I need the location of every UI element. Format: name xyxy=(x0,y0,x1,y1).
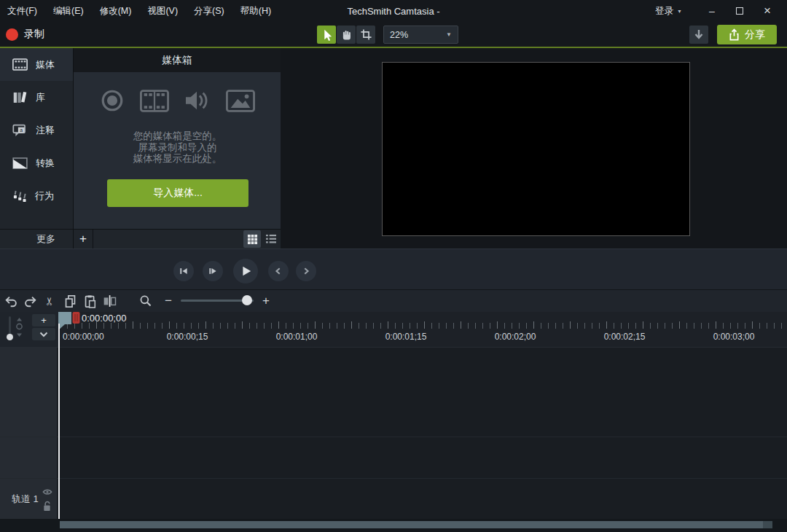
grid-view-button[interactable] xyxy=(243,230,261,248)
sidebar-item-behaviors[interactable]: 行为 xyxy=(0,179,73,212)
menu-view[interactable]: 视图(V) xyxy=(147,5,178,17)
timeline-zoom-in-button[interactable]: + xyxy=(259,292,273,310)
sidebar-item-label: 注释 xyxy=(36,124,55,137)
track1-header: 轨道 1 xyxy=(0,478,57,520)
eye-icon[interactable] xyxy=(42,488,52,496)
record-circle-icon xyxy=(100,88,125,113)
ruler-tick xyxy=(577,323,578,329)
timeline-ruler[interactable]: 0:00:00;000:00:00;150:00:01;000:00:01;15… xyxy=(0,312,787,347)
ruler-tick xyxy=(103,323,104,329)
cut-button[interactable]: ✂ xyxy=(40,292,59,310)
close-icon: × xyxy=(764,4,771,18)
copy-button[interactable] xyxy=(60,292,79,310)
menu-help[interactable]: 帮助(H) xyxy=(240,5,271,17)
sign-in-button[interactable]: 登录 ▼ xyxy=(655,5,682,17)
ruler-tick xyxy=(191,323,192,329)
menu-file[interactable]: 文件(F) xyxy=(7,5,37,17)
horizontal-scrollbar-thumb[interactable] xyxy=(60,521,772,528)
add-track-button[interactable]: + xyxy=(32,314,55,326)
next-button[interactable] xyxy=(296,261,316,281)
track-area[interactable]: 轨道 1 xyxy=(0,347,787,519)
ruler-tick xyxy=(293,323,294,329)
timeline-zoom-out-button[interactable]: − xyxy=(162,292,175,310)
sidebar-item-label: 库 xyxy=(36,91,45,104)
grid-view-icon xyxy=(247,234,258,245)
ruler-tick xyxy=(286,323,286,329)
ruler-tick xyxy=(737,323,738,329)
menu-share[interactable]: 分享(S) xyxy=(194,5,224,17)
horizontal-scrollbar xyxy=(0,519,787,532)
record-button[interactable]: 录制 xyxy=(6,25,44,44)
paste-button[interactable] xyxy=(80,292,99,310)
more-tools-button[interactable]: 更多 xyxy=(0,232,73,246)
share-button[interactable]: 分享 xyxy=(717,25,777,44)
maximize-icon xyxy=(736,7,743,15)
menu-modify[interactable]: 修改(M) xyxy=(100,5,132,17)
step-forward-button[interactable] xyxy=(203,261,223,281)
ruler-tick xyxy=(278,321,279,329)
sidebar-item-transitions[interactable]: 转换 xyxy=(0,146,73,179)
playhead-in-handle[interactable] xyxy=(58,312,71,330)
ruler-tick xyxy=(526,323,527,329)
ruler-tick xyxy=(716,321,716,329)
minimize-button[interactable]: – xyxy=(698,0,726,22)
sidebar-item-label: 行为 xyxy=(35,189,54,203)
cursor-tool-button[interactable] xyxy=(317,26,336,44)
ruler-tick xyxy=(417,323,418,329)
ruler-tick xyxy=(337,323,337,329)
split-button[interactable] xyxy=(101,292,120,310)
ruler-tick xyxy=(781,323,782,329)
menu-edit[interactable]: 编辑(E) xyxy=(53,5,84,17)
maximize-button[interactable] xyxy=(726,0,753,22)
crop-tool-button[interactable] xyxy=(356,26,375,44)
close-button[interactable]: × xyxy=(753,0,781,22)
track-options-button[interactable] xyxy=(32,328,55,340)
image-icon xyxy=(226,90,255,112)
playhead-line[interactable] xyxy=(58,324,60,519)
ruler-tick xyxy=(665,323,665,329)
undo-button[interactable] xyxy=(1,292,20,310)
track-height-slider-thumb[interactable] xyxy=(7,334,13,340)
list-view-button[interactable] xyxy=(262,230,280,248)
audio-icon xyxy=(184,89,211,112)
import-media-button[interactable]: 导入媒体... xyxy=(107,179,248,207)
ruler-tick xyxy=(657,323,658,329)
ruler-tick xyxy=(439,323,439,329)
sidebar-item-annotations[interactable]: a 注释 xyxy=(0,114,73,146)
sidebar-item-library[interactable]: 库 xyxy=(0,81,73,114)
ruler-tick xyxy=(227,323,228,329)
ruler-tick xyxy=(730,323,731,329)
view-toggles xyxy=(243,230,281,248)
timeline-zoom-slider-thumb[interactable] xyxy=(242,295,252,305)
pan-tool-button[interactable] xyxy=(337,26,356,44)
ruler-tick xyxy=(242,321,243,329)
lock-open-icon[interactable] xyxy=(42,501,52,512)
play-button[interactable] xyxy=(233,259,258,283)
ruler-tick xyxy=(133,321,133,329)
sidebar-item-media[interactable]: 媒体 xyxy=(0,48,73,81)
preview-canvas[interactable] xyxy=(382,62,690,236)
add-tab-button[interactable]: + xyxy=(73,230,93,249)
ruler-tick xyxy=(424,321,425,329)
play-icon xyxy=(239,265,252,278)
canvas-zoom-dropdown[interactable]: 22% ▼ xyxy=(383,26,458,44)
tools-sidebar: 媒体 库 a 注释 xyxy=(0,48,73,229)
previous-button[interactable] xyxy=(268,261,289,281)
share-icon xyxy=(729,28,740,41)
ruler-tick xyxy=(431,323,432,329)
download-button[interactable] xyxy=(689,26,708,44)
ruler-tick xyxy=(366,323,367,329)
ruler-tick xyxy=(759,323,760,329)
step-backward-button[interactable] xyxy=(173,261,194,281)
ruler-tick xyxy=(89,323,90,329)
ruler-tick xyxy=(205,321,206,329)
ruler-tick xyxy=(82,323,82,329)
crop-icon xyxy=(360,28,372,41)
playhead-out-handle[interactable] xyxy=(73,312,80,324)
paste-icon xyxy=(84,294,96,308)
minimize-icon: – xyxy=(709,5,715,17)
ruler-tick xyxy=(373,323,374,329)
ruler-tick xyxy=(446,323,447,329)
redo-button[interactable] xyxy=(20,292,39,310)
playhead-marker[interactable] xyxy=(58,312,82,331)
